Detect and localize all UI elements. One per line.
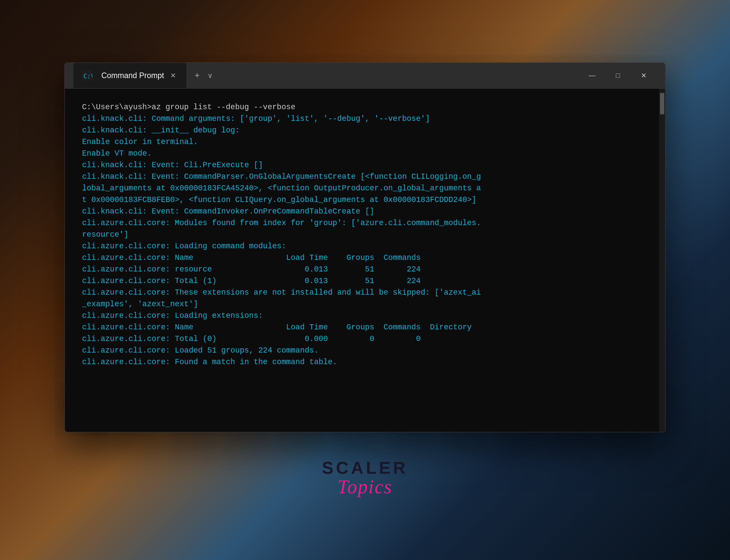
logo-topics-text: Topics [337, 476, 393, 498]
term-line-1: cli.knack.cli: Command arguments: ['grou… [82, 113, 648, 125]
term-line-13: cli.azure.cli.core: Name Load Time Group… [82, 252, 648, 264]
tab-title: Command Prompt [101, 71, 164, 80]
cmd-icon: C:\ [82, 70, 93, 81]
term-line-19: cli.azure.cli.core: Name Load Time Group… [82, 322, 648, 333]
minimize-button[interactable]: — [579, 67, 605, 84]
new-tab-button[interactable]: + [191, 69, 203, 82]
active-tab[interactable]: C:\ Command Prompt ✕ [73, 63, 186, 88]
logo-area: SCALER Topics [322, 458, 408, 498]
tab-chevron-button[interactable]: ∨ [203, 69, 216, 82]
maximize-button[interactable]: □ [605, 67, 631, 84]
term-line-8: t 0x00000183FCB8FEB0>, <function CLIQuer… [82, 194, 648, 206]
scrollbar-thumb[interactable] [660, 93, 664, 114]
term-line-20: cli.azure.cli.core: Total (0) 0.000 0 0 [82, 333, 648, 345]
prompt-line: C:\Users\ayush>az group list --debug --v… [82, 101, 648, 113]
window-wrapper: C:\ Command Prompt ✕ + ∨ — □ ✕ [64, 62, 666, 432]
terminal-window: C:\ Command Prompt ✕ + ∨ — □ ✕ [64, 62, 666, 432]
term-line-3: Enable color in terminal. [82, 136, 648, 148]
term-line-4: Enable VT mode. [82, 148, 648, 159]
term-line-14: cli.azure.cli.core: resource 0.013 51 22… [82, 264, 648, 275]
term-line-2: cli.knack.cli: __init__ debug log: [82, 125, 648, 136]
term-line-17: _examples', 'azext_next'] [82, 298, 648, 310]
titlebar: C:\ Command Prompt ✕ + ∨ — □ ✕ [65, 63, 665, 89]
terminal-body: C:\Users\ayush>az group list --debug --v… [65, 89, 665, 432]
term-line-21: cli.azure.cli.core: Loaded 51 groups, 22… [82, 345, 648, 356]
term-line-22: cli.azure.cli.core: Found a match in the… [82, 356, 648, 368]
close-button[interactable]: ✕ [631, 67, 657, 84]
term-line-16: cli.azure.cli.core: These extensions are… [82, 287, 648, 298]
term-line-10: cli.azure.cli.core: Modules found from i… [82, 217, 648, 229]
term-line-11: resource'] [82, 229, 648, 241]
term-line-7: lobal_arguments at 0x00000183FCA45240>, … [82, 183, 648, 194]
term-line-9: cli.knack.cli: Event: CommandInvoker.OnP… [82, 206, 648, 217]
term-line-12: cli.azure.cli.core: Loading command modu… [82, 241, 648, 252]
scrollbar-track[interactable] [659, 89, 665, 432]
main-container: C:\ Command Prompt ✕ + ∨ — □ ✕ [64, 62, 666, 498]
term-line-5: cli.knack.cli: Event: Cli.PreExecute [] [82, 159, 648, 171]
logo-scaler-text: SCALER [322, 458, 408, 478]
term-line-15: cli.azure.cli.core: Total (1) 0.013 51 2… [82, 275, 648, 287]
tab-area: C:\ Command Prompt ✕ + ∨ [73, 63, 579, 88]
term-line-6: cli.knack.cli: Event: CommandParser.OnGl… [82, 171, 648, 183]
svg-text:C:\: C:\ [83, 73, 93, 80]
term-line-18: cli.azure.cli.core: Loading extensions: [82, 310, 648, 322]
tab-close-button[interactable]: ✕ [168, 71, 178, 80]
window-controls: — □ ✕ [579, 67, 657, 84]
